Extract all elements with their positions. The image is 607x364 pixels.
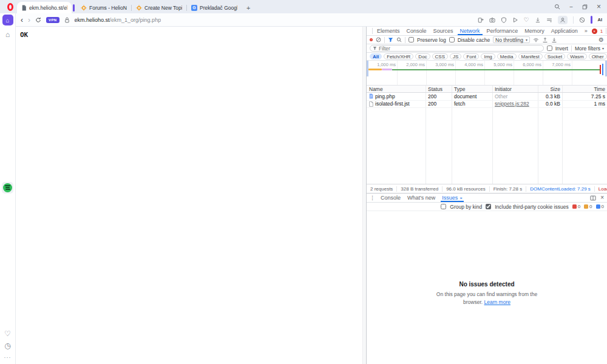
drawer-tab-console[interactable]: Console: [379, 194, 402, 202]
shield-icon[interactable]: [501, 17, 507, 23]
filter-chip-js[interactable]: JS: [450, 53, 461, 59]
filter-chip-socket[interactable]: Socket: [544, 53, 565, 59]
reload-button[interactable]: [35, 17, 41, 23]
tab-title: Prekladač Google: [200, 5, 237, 11]
restore-button[interactable]: [582, 4, 588, 10]
filter-chip-wasm[interactable]: Wasm: [567, 53, 586, 59]
more-filters-button[interactable]: More filters ▾: [575, 46, 604, 52]
filter-chip-font[interactable]: Font: [463, 53, 479, 59]
tab-google-translate[interactable]: G Prekladač Google: [187, 2, 242, 13]
tab-current-page[interactable]: ekm.helioho.st/ekm_1_org: [17, 2, 72, 13]
drawer-menu-icon[interactable]: ⋮: [370, 195, 375, 201]
minimize-button[interactable]: −: [569, 4, 573, 10]
column-header-status[interactable]: Status: [426, 86, 452, 92]
web-page-viewport[interactable]: OK: [16, 27, 366, 364]
gridline: [572, 61, 572, 85]
bookmarks-heart-icon[interactable]: ♡: [4, 330, 11, 337]
column-header-time[interactable]: Time: [563, 86, 607, 92]
opera-menu-button[interactable]: [4, 0, 17, 13]
spotify-icon: [3, 183, 12, 192]
downloads-icon[interactable]: [535, 17, 541, 23]
table-row-isolated-first[interactable]: isolated-first.jst 200 fetch snippets.js…: [367, 101, 607, 109]
devtools-tab-elements[interactable]: Elements: [375, 27, 402, 35]
gridline: [543, 61, 543, 85]
page-scrollbar[interactable]: [362, 27, 366, 364]
filter-chip-img[interactable]: Img: [481, 53, 495, 59]
filter-funnel-icon[interactable]: [388, 37, 393, 42]
tab-forums-helionet[interactable]: Forums - HelioNet: [76, 2, 131, 13]
back-button[interactable]: ‹: [21, 16, 23, 24]
filter-chip-all[interactable]: All: [370, 53, 382, 59]
invert-filter-checkbox[interactable]: [547, 46, 552, 51]
filter-chip-manifest[interactable]: Manifest: [518, 53, 543, 59]
split-panel-icon[interactable]: [590, 195, 596, 201]
throttling-dropdown[interactable]: No throttling ▾: [493, 36, 530, 43]
devtools-tab-bar: Elements Console Sources Network Perform…: [367, 27, 607, 36]
initiator-link[interactable]: snippets.js:282: [495, 101, 529, 107]
close-drawer-icon[interactable]: ×: [600, 195, 604, 201]
forward-button[interactable]: ›: [28, 16, 30, 24]
filter-chip-other[interactable]: Other: [589, 53, 607, 59]
devtools-tab-console[interactable]: Console: [404, 27, 429, 35]
start-page-button[interactable]: ⌂: [2, 15, 13, 25]
drawer-tab-issues[interactable]: Issues ×: [441, 194, 464, 202]
import-har-icon[interactable]: [542, 37, 548, 43]
drawer-tab-whats-new[interactable]: What's new: [406, 194, 436, 202]
include-cookie-issues-checkbox[interactable]: [486, 204, 491, 209]
column-header-initiator[interactable]: Initiator: [493, 86, 538, 92]
page-body-text: OK: [20, 31, 28, 39]
filter-input-box[interactable]: [370, 45, 544, 52]
snapshot-camera-icon[interactable]: [489, 17, 495, 23]
more-tabs-button[interactable]: »: [582, 27, 590, 35]
extensions-icon[interactable]: [579, 17, 585, 23]
network-conditions-icon[interactable]: [533, 37, 539, 43]
history-icon[interactable]: ◷: [4, 342, 10, 349]
spotify-player-button[interactable]: [2, 182, 13, 194]
network-settings-gear-icon[interactable]: ⚙: [599, 37, 604, 43]
player-play-icon[interactable]: [512, 17, 518, 23]
page-errors-badge: 0: [572, 204, 580, 209]
tab-create-new-topic[interactable]: Create New Topic - HelioN: [132, 2, 186, 13]
filter-chip-media[interactable]: Media: [497, 53, 517, 59]
column-header-type[interactable]: Type: [452, 86, 493, 92]
lock-icon[interactable]: [64, 17, 70, 23]
column-header-name[interactable]: Name: [367, 86, 426, 92]
add-to-favorites-heart-icon[interactable]: ♡: [524, 16, 529, 23]
sidebar-panel-indicator[interactable]: [591, 16, 592, 24]
speed-dial-icon[interactable]: ⌂: [5, 31, 10, 38]
learn-more-link[interactable]: Learn more: [484, 299, 510, 305]
sidebar-more-button[interactable]: ···: [4, 354, 12, 360]
record-network-log-icon[interactable]: [370, 38, 373, 41]
devtools-tab-sources[interactable]: Sources: [431, 27, 456, 35]
address-bar[interactable]: ekm.helioho.st/ekm_1_org/ping.php: [75, 17, 161, 23]
network-overview-timeline[interactable]: 1,000 ms 2,000 ms 3,000 ms 4,000 ms 5,00…: [367, 61, 607, 86]
table-row-ping-php[interactable]: ping.php 200 document Other 0.3 kB 7.25 …: [367, 93, 607, 101]
filter-chip-doc[interactable]: Doc: [415, 53, 430, 59]
devtools-tab-performance[interactable]: Performance: [484, 27, 521, 35]
vpn-badge[interactable]: VPN: [46, 17, 59, 23]
network-summary-bar: 2 requests 328 B transferred 96.0 kB res…: [367, 184, 607, 193]
clear-network-log-icon[interactable]: [376, 37, 381, 42]
disable-cache-checkbox[interactable]: [449, 37, 455, 42]
devtools-tab-application[interactable]: Application: [549, 27, 580, 35]
export-har-icon[interactable]: [551, 37, 557, 43]
devtools-tab-memory[interactable]: Memory: [522, 27, 547, 35]
devtools-tab-network[interactable]: Network: [458, 27, 483, 35]
filter-input[interactable]: [379, 46, 541, 52]
preserve-log-label: Preserve log: [417, 37, 446, 43]
search-tabs-icon[interactable]: [554, 4, 560, 10]
search-network-icon[interactable]: [396, 37, 402, 42]
close-issues-tab-icon[interactable]: ×: [459, 195, 463, 201]
aria-ai-icon[interactable]: AI: [598, 17, 603, 22]
share-page-icon[interactable]: [478, 17, 484, 23]
preserve-log-checkbox[interactable]: [409, 37, 414, 42]
close-window-button[interactable]: ×: [597, 2, 601, 11]
error-badge-icon[interactable]: ×: [592, 29, 597, 34]
new-tab-button[interactable]: +: [242, 4, 255, 13]
tab-tiling-icon[interactable]: [546, 17, 552, 23]
filter-chip-css[interactable]: CSS: [432, 53, 448, 59]
group-by-kind-checkbox[interactable]: [441, 204, 446, 209]
filter-chip-fetch-xhr[interactable]: Fetch/XHR: [384, 53, 413, 59]
column-header-size[interactable]: Size: [538, 86, 563, 92]
profile-button[interactable]: [558, 16, 568, 24]
